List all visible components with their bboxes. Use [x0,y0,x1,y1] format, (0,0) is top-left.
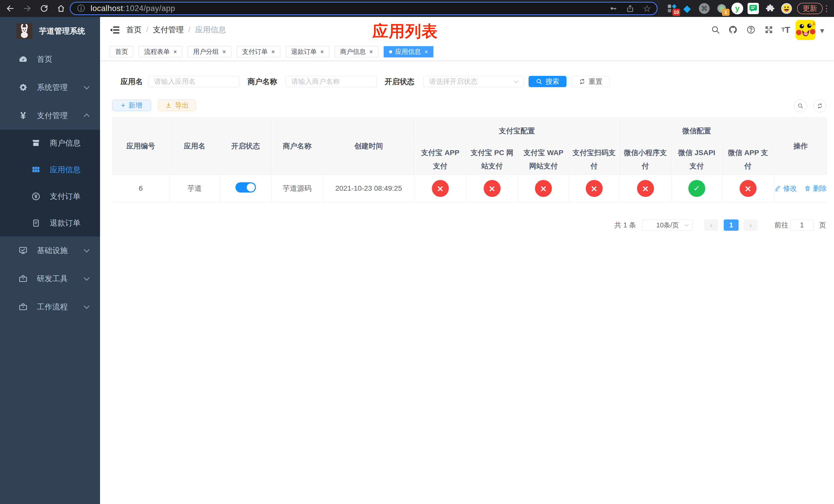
chevron-down-icon [84,303,90,309]
close-icon[interactable] [173,48,177,55]
status-select[interactable]: 请选择开启状态 [423,76,524,87]
app-table: 应用编号 应用名 开启状态 商户名称 创建时间 支付宝配置 微信配置 操作 支付… [112,117,827,202]
extension-yudao-icon[interactable] [731,3,743,14]
alipay-wap-status-icon[interactable] [535,180,552,197]
close-icon[interactable] [271,48,275,55]
breadcrumb-separator: / [188,25,190,34]
sidebar-fold-icon[interactable] [109,24,120,35]
close-icon[interactable] [222,48,226,55]
prev-page-button[interactable]: ‹ [704,220,718,231]
user-avatar[interactable] [795,20,815,40]
share-icon[interactable] [626,4,635,13]
export-button[interactable]: 导出 [158,100,196,111]
tab-refund-orders[interactable]: 退款订单 [286,46,329,58]
browser-reload-icon[interactable] [39,3,50,14]
alipay-app-status-icon[interactable] [432,180,449,197]
status-toggle[interactable] [236,182,256,192]
sidebar: 芋道管理系统 首页 系统管理 ¥ 支付管理 商户信息 [0,17,100,504]
app-logo-row[interactable]: 芋道管理系统 [0,17,100,45]
chevron-up-icon [84,114,90,119]
breadcrumb-home[interactable]: 首页 [126,25,141,35]
col-alipay-app: 支付宝 APP 支付 [414,144,466,175]
breadcrumb-separator: / [146,25,148,34]
page-size-select[interactable]: 10条/页 [642,220,693,231]
screen: localhost:1024/pay/app 10 1 [0,0,834,504]
sidebar-item-app-info[interactable]: 应用信息 [0,156,100,183]
browser-profile-avatar[interactable] [781,3,792,14]
wechat-app-status-icon[interactable] [740,180,756,197]
alipay-qr-status-icon[interactable] [586,180,603,197]
col-alipay-wap: 支付宝 WAP 网站支付 [518,144,569,175]
close-icon[interactable] [424,48,428,55]
bookmark-star-icon[interactable] [642,4,652,13]
chevron-down-icon [685,223,689,227]
close-icon[interactable] [320,48,324,55]
extensions-puzzle-icon[interactable] [764,3,776,14]
cell-app-name: 芋道 [170,175,220,202]
sidebar-item-dev-tools[interactable]: 研发工具 [0,265,100,293]
sidebar-item-merchant-info[interactable]: 商户信息 [0,130,100,156]
sidebar-item-system-management[interactable]: 系统管理 [0,73,100,101]
col-merchant: 商户名称 [271,118,323,175]
tab-process-form[interactable]: 流程表单 [139,46,182,58]
fullscreen-icon[interactable] [763,25,774,35]
browser-chrome: localhost:1024/pay/app 10 1 [0,0,834,17]
tab-home[interactable]: 首页 [110,46,133,58]
github-icon[interactable] [727,25,739,35]
sidebar-item-workflow[interactable]: 工作流程 [0,293,100,321]
chevron-right-icon: › [749,221,752,229]
extension-recorder-icon[interactable]: 1 [716,3,728,14]
gear-icon [18,82,29,93]
sidebar-item-home[interactable]: 首页 [0,45,100,73]
extension-badge: 10 [673,9,680,16]
wechat-lite-status-icon[interactable] [637,180,654,197]
show-search-button[interactable] [794,99,807,112]
sidebar-item-infrastructure[interactable]: 基础设施 [0,236,100,265]
reset-button[interactable]: 重置 [572,76,610,87]
page-number-1[interactable]: 1 [724,220,739,231]
browser-update-button[interactable]: 更新 [797,3,823,14]
extension-blocks-icon[interactable]: 10 [666,3,678,14]
sidebar-item-refund-orders[interactable]: 退款订单 [0,210,100,236]
app-name-input[interactable] [148,76,240,87]
toolbox-icon [18,302,29,312]
extension-chat-icon[interactable] [747,3,759,14]
col-created: 创建时间 [323,118,414,175]
refresh-button[interactable] [813,99,826,112]
chevron-down-icon[interactable] [820,28,824,34]
goto-page-input[interactable] [790,220,814,231]
edit-link[interactable]: 修改 [774,184,797,193]
search-icon[interactable] [710,25,721,35]
yen-circle-icon [30,191,42,202]
browser-menu-icon[interactable] [823,3,830,14]
font-size-icon[interactable] [780,25,791,35]
sidebar-item-payment-orders[interactable]: 支付订单 [0,183,100,210]
sidebar-item-payment-management[interactable]: ¥ 支付管理 [0,101,100,130]
chevron-left-icon: ‹ [710,221,712,229]
chevron-down-icon [84,275,90,281]
tab-user-group[interactable]: 用户分组 [188,46,231,58]
page-title: 应用列表 [372,21,438,42]
breadcrumb-payment[interactable]: 支付管理 [153,25,184,35]
alipay-pc-status-icon[interactable] [484,180,501,197]
tab-payment-orders[interactable]: 支付订单 [237,46,280,58]
wechat-jsapi-status-icon[interactable] [688,180,705,197]
extension-gem-icon[interactable] [681,3,693,14]
merchant-name-input[interactable] [285,76,377,87]
close-icon[interactable] [369,48,373,55]
browser-forward-icon[interactable] [22,3,33,14]
app-logo-rabbit [16,23,32,39]
address-bar[interactable]: localhost:1024/pay/app [70,2,658,15]
tab-merchant-info[interactable]: 商户信息 [335,46,378,58]
browser-back-icon[interactable] [5,3,16,14]
add-button[interactable]: + 新增 [112,100,151,111]
page-info-icon[interactable] [77,3,85,14]
help-icon[interactable] [745,25,756,35]
password-key-icon[interactable] [609,4,618,13]
browser-home-icon[interactable] [56,3,67,14]
delete-link[interactable]: 删除 [804,184,827,193]
search-button[interactable]: 搜索 [529,76,567,87]
next-page-button[interactable]: › [744,220,758,231]
tab-app-info[interactable]: 应用信息 [384,46,433,58]
extension-command-icon[interactable] [698,3,710,14]
